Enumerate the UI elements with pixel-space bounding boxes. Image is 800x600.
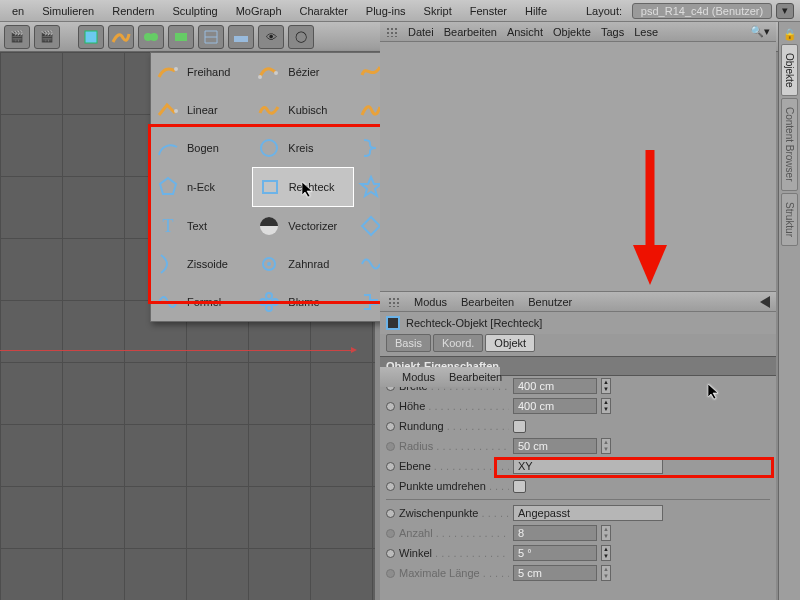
menu-item[interactable]: Sculpting: [166, 3, 223, 19]
label: n-Eck: [187, 181, 215, 193]
camera-icon[interactable]: 👁: [258, 25, 284, 49]
toolbar-clapper-icon[interactable]: 🎬: [4, 25, 30, 49]
vectorizer-icon: [256, 213, 282, 239]
attr-menu-item[interactable]: Modus: [414, 296, 447, 308]
svg-point-6: [258, 75, 262, 79]
spline-bezier[interactable]: Bézier: [252, 53, 353, 91]
spline-rechteck[interactable]: Rechteck: [252, 167, 355, 207]
om-menu-item[interactable]: Ansicht: [507, 26, 543, 38]
cissoid-icon: [155, 251, 181, 277]
prop-bullet[interactable]: [386, 462, 395, 471]
search-icon[interactable]: 🔍▾: [750, 25, 770, 38]
svg-point-16: [267, 262, 271, 266]
svg-point-9: [261, 140, 277, 156]
primitive-cube-icon[interactable]: [78, 25, 104, 49]
menu-item[interactable]: Skript: [418, 3, 458, 19]
svg-point-8: [174, 109, 178, 113]
spline-blume[interactable]: Blume: [252, 283, 353, 321]
spline-freihand[interactable]: Freihand: [151, 53, 252, 91]
punkte-checkbox[interactable]: [513, 480, 526, 493]
prop-maxlen: Maximale Länge 5 cm ▲▼: [380, 563, 776, 583]
light-icon[interactable]: ◯: [288, 25, 314, 49]
menu-item[interactable]: Hilfe: [519, 3, 553, 19]
prop-bullet: [386, 529, 395, 538]
ebene-dropdown[interactable]: XY: [513, 458, 663, 474]
generator2-icon[interactable]: [168, 25, 194, 49]
spline-tool-icon[interactable]: [108, 25, 134, 49]
maxlen-input: 5 cm: [513, 565, 597, 581]
drag-handle-icon[interactable]: [388, 297, 400, 307]
prop-bullet[interactable]: [386, 549, 395, 558]
environment-icon[interactable]: [228, 25, 254, 49]
spline-vectorizer[interactable]: Vectorizer: [252, 207, 353, 245]
label: Bogen: [187, 142, 219, 154]
rectangle-icon: [257, 174, 283, 200]
sidetab-objekte[interactable]: Objekte: [781, 44, 798, 96]
prop-bullet: [386, 442, 395, 451]
spline-kubisch[interactable]: Kubisch: [252, 91, 353, 129]
object-manager-body[interactable]: [380, 42, 776, 292]
prop-bullet[interactable]: [386, 422, 395, 431]
om-menu-item[interactable]: Bearbeiten: [444, 26, 497, 38]
spline-zissoide[interactable]: Zissoide: [151, 245, 252, 283]
prop-rundung: Rundung: [380, 416, 776, 436]
attr-menu-item[interactable]: Benutzer: [528, 296, 572, 308]
nav-back-icon[interactable]: [760, 296, 770, 308]
spline-formel[interactable]: Formel: [151, 283, 252, 321]
toolbar-clapper2-icon[interactable]: 🎬: [34, 25, 60, 49]
menu-item[interactable]: Rendern: [106, 3, 160, 19]
spline-linear[interactable]: Linear: [151, 91, 252, 129]
attr-menu-item[interactable]: Bearbeiten: [461, 296, 514, 308]
menu-item[interactable]: Fenster: [464, 3, 513, 19]
prop-bullet[interactable]: [386, 402, 395, 411]
label: Zahnrad: [288, 258, 329, 270]
spinner[interactable]: ▲▼: [601, 378, 611, 394]
lock-icon[interactable]: 🔒: [782, 26, 798, 42]
spline-text[interactable]: TText: [151, 207, 252, 245]
menu-item[interactable]: Bearbeiten: [449, 371, 502, 383]
spline-bogen[interactable]: Bogen: [151, 129, 252, 167]
tab-basis[interactable]: Basis: [386, 334, 431, 352]
tab-koord[interactable]: Koord.: [433, 334, 483, 352]
spline-zahnrad[interactable]: Zahnrad: [252, 245, 353, 283]
om-menu-item[interactable]: Datei: [408, 26, 434, 38]
breite-input[interactable]: 400 cm: [513, 378, 597, 394]
menu-item[interactable]: en: [6, 3, 30, 19]
spline-kreis[interactable]: Kreis: [252, 129, 353, 167]
spline-neck[interactable]: n-Eck: [151, 167, 252, 207]
menu-item[interactable]: MoGraph: [230, 3, 288, 19]
deformer-icon[interactable]: [198, 25, 224, 49]
menu-item[interactable]: Plug-ins: [360, 3, 412, 19]
spinner[interactable]: ▲▼: [601, 545, 611, 561]
drag-handle-icon[interactable]: [386, 27, 398, 37]
zwischen-dropdown[interactable]: Angepasst: [513, 505, 663, 521]
layout-extra-button[interactable]: ▾: [776, 3, 794, 19]
om-menu-item[interactable]: Lese: [634, 26, 658, 38]
sidetab-struktur[interactable]: Struktur: [781, 193, 798, 246]
menu-item[interactable]: Simulieren: [36, 3, 100, 19]
hoehe-input[interactable]: 400 cm: [513, 398, 597, 414]
sidetab-content-browser[interactable]: Content Browser: [781, 98, 798, 190]
svg-rect-0: [85, 31, 97, 43]
prop-bullet[interactable]: [386, 482, 395, 491]
anzahl-input: 8: [513, 525, 597, 541]
label: Formel: [187, 296, 221, 308]
prop-label: Rundung: [399, 420, 509, 432]
prop-label: Ebene: [399, 460, 509, 472]
om-menu-item[interactable]: Objekte: [553, 26, 591, 38]
generator-icon[interactable]: [138, 25, 164, 49]
layout-dropdown[interactable]: psd_R14_c4d (Benutzer): [632, 3, 772, 19]
prop-radius: Radius 50 cm ▲▼: [380, 436, 776, 456]
winkel-input[interactable]: 5 °: [513, 545, 597, 561]
tab-objekt[interactable]: Objekt: [485, 334, 535, 352]
menu-item[interactable]: Modus: [402, 371, 435, 383]
rundung-checkbox[interactable]: [513, 420, 526, 433]
label: Freihand: [187, 66, 230, 78]
menu-item[interactable]: Charakter: [294, 3, 354, 19]
layout-selector: Layout: psd_R14_c4d (Benutzer) ▾: [580, 3, 794, 19]
svg-rect-11: [263, 181, 277, 193]
prop-zwischen: Zwischenpunkte Angepasst: [380, 503, 776, 523]
om-menu-item[interactable]: Tags: [601, 26, 624, 38]
prop-bullet[interactable]: [386, 509, 395, 518]
spinner[interactable]: ▲▼: [601, 398, 611, 414]
